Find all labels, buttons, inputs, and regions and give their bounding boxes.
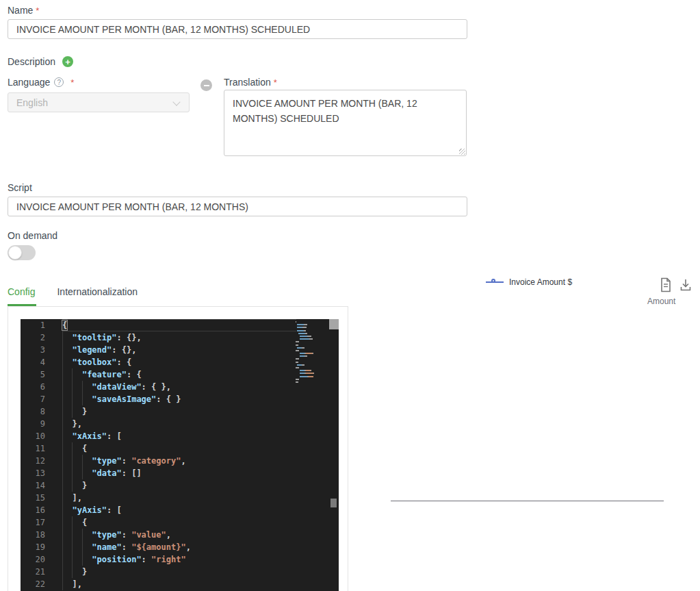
line-number: 4 <box>21 356 45 368</box>
editor-scrollbar[interactable] <box>329 319 339 591</box>
line-number: 14 <box>21 479 45 492</box>
save-as-image-icon[interactable] <box>679 277 692 292</box>
tab-bar: Config Internationalization <box>8 284 348 306</box>
code-line[interactable]: "type": "category", <box>62 455 296 467</box>
code-line[interactable]: "yAxis": [ <box>62 504 296 516</box>
xaxis-line <box>391 501 664 501</box>
code-editor[interactable]: 12345678910111213141516171819202122 { "t… <box>21 319 339 591</box>
name-label: Name* <box>8 5 39 16</box>
on-demand-label: On demand <box>8 230 57 241</box>
code-line[interactable]: { <box>62 516 296 529</box>
on-demand-toggle[interactable] <box>8 245 36 260</box>
line-number: 21 <box>21 566 45 578</box>
description-label: Description <box>8 56 55 67</box>
indent-guide <box>82 529 83 566</box>
required-asterisk: * <box>36 5 39 16</box>
line-number: 15 <box>21 492 45 504</box>
code-line[interactable]: "type": "value", <box>62 529 296 541</box>
code-line[interactable]: "legend": {}, <box>62 344 296 356</box>
textarea-resize-handle[interactable] <box>459 149 465 155</box>
line-number: 12 <box>21 455 45 467</box>
line-number: 18 <box>21 529 45 541</box>
indent-guide <box>72 516 73 578</box>
line-number: 8 <box>21 405 45 418</box>
code-line[interactable]: "position": "right" <box>62 553 296 566</box>
line-number: 9 <box>21 418 45 430</box>
name-label-text: Name <box>8 5 33 16</box>
tab-config[interactable]: Config <box>8 284 35 306</box>
line-number: 19 <box>21 541 45 553</box>
script-label: Script <box>8 182 32 193</box>
yaxis-name-label: Amount <box>647 297 675 306</box>
legend-line-circle-icon <box>486 277 504 287</box>
chevron-down-icon <box>172 98 180 105</box>
line-number: 13 <box>21 467 45 479</box>
toggle-knob <box>8 246 22 260</box>
required-asterisk: * <box>274 77 277 88</box>
legend-label: Invoice Amount $ <box>509 277 572 287</box>
language-label: Language <box>8 77 50 88</box>
line-number: 5 <box>21 368 45 381</box>
code-line[interactable]: "xAxis": [ <box>62 430 296 442</box>
line-number: 1 <box>21 319 45 331</box>
line-number: 22 <box>21 578 45 590</box>
code-line[interactable]: } <box>62 566 296 578</box>
language-select[interactable]: English <box>8 92 190 112</box>
code-line[interactable]: } <box>62 479 296 492</box>
editor-gutter: 12345678910111213141516171819202122 <box>21 319 45 590</box>
minus-circle-icon[interactable] <box>200 79 212 91</box>
plus-circle-icon[interactable]: + <box>62 56 73 67</box>
indent-guide <box>82 381 83 405</box>
code-lines[interactable]: { "tooltip": {}, "legend": {}, "toolbox"… <box>62 319 296 590</box>
indent-guide <box>82 455 83 479</box>
indent-guide <box>72 368 73 418</box>
required-asterisk: * <box>70 77 74 88</box>
scrollbar-decoration <box>330 499 337 507</box>
line-number: 17 <box>21 516 45 529</box>
code-line[interactable]: ], <box>62 578 296 590</box>
code-line[interactable]: "name": "${amount}", <box>62 541 296 553</box>
line-number: 16 <box>21 504 45 516</box>
code-line[interactable]: "feature": { <box>62 368 296 381</box>
line-number: 6 <box>21 381 45 393</box>
minimap-content <box>296 321 328 383</box>
code-line[interactable]: "data": [] <box>62 467 296 479</box>
indent-guide <box>72 442 73 492</box>
scrollbar-thumb[interactable] <box>329 319 339 329</box>
config-panel: 12345678910111213141516171819202122 { "t… <box>8 306 348 591</box>
code-line[interactable]: "dataView": { }, <box>62 381 296 393</box>
data-view-icon[interactable] <box>660 277 672 292</box>
script-input[interactable] <box>8 197 467 216</box>
line-number: 11 <box>21 442 45 455</box>
code-line[interactable]: ], <box>62 492 296 504</box>
minimap[interactable] <box>296 321 328 384</box>
chart-legend-item[interactable]: Invoice Amount $ <box>486 277 572 287</box>
translation-textarea[interactable]: INVOICE AMOUNT PER MONTH (BAR, 12 MONTHS… <box>224 90 467 156</box>
code-line[interactable]: }, <box>62 418 296 430</box>
question-circle-icon[interactable]: ? <box>54 77 64 87</box>
code-line[interactable]: "tooltip": {}, <box>62 331 296 344</box>
code-line[interactable]: } <box>62 405 296 418</box>
tab-internationalization[interactable]: Internationalization <box>57 284 138 306</box>
name-input[interactable] <box>8 19 467 39</box>
indent-guide <box>62 331 63 590</box>
code-line[interactable]: { <box>62 442 296 455</box>
line-number: 20 <box>21 553 45 566</box>
language-select-value: English <box>16 97 48 108</box>
line-number: 2 <box>21 331 45 344</box>
line-number: 3 <box>21 344 45 356</box>
translation-label: Translation <box>224 77 271 88</box>
code-line[interactable]: { <box>62 319 296 331</box>
chart-toolbox <box>660 277 692 292</box>
code-line[interactable]: "toolbox": { <box>62 356 296 368</box>
line-number: 10 <box>21 430 45 442</box>
code-line[interactable]: "saveAsImage": { } <box>62 393 296 405</box>
line-number: 7 <box>21 393 45 405</box>
